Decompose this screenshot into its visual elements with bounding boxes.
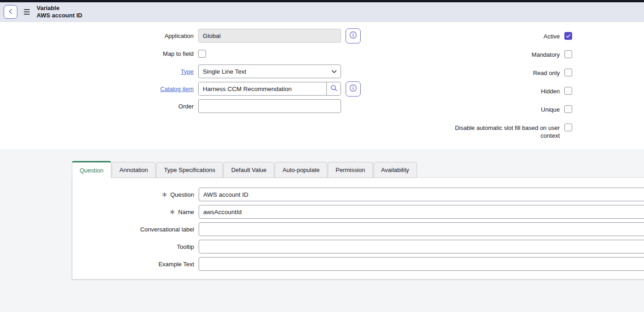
question-input[interactable] bbox=[199, 188, 644, 201]
name-field-row: Name bbox=[72, 205, 644, 219]
question-field-row: Question bbox=[72, 188, 644, 201]
question-label: Question bbox=[170, 191, 194, 198]
read-only-checkbox[interactable] bbox=[564, 69, 572, 76]
tab-type-specifications[interactable]: Type Specifications bbox=[156, 162, 223, 178]
order-label: Order bbox=[0, 103, 194, 110]
tab-question[interactable]: Question bbox=[72, 161, 111, 178]
required-asterisk-icon bbox=[170, 210, 175, 215]
active-label: Active bbox=[445, 32, 560, 40]
map-to-field-checkbox[interactable] bbox=[198, 50, 206, 58]
read-only-row: Read only bbox=[445, 69, 572, 77]
application-input[interactable] bbox=[198, 29, 341, 43]
info-icon bbox=[349, 84, 357, 94]
mandatory-checkbox[interactable] bbox=[564, 50, 572, 58]
hidden-row: Hidden bbox=[445, 87, 572, 95]
unique-row: Unique bbox=[445, 105, 572, 113]
tab-default-value[interactable]: Default Value bbox=[223, 162, 274, 178]
example-text-label: Example Text bbox=[158, 261, 194, 268]
catalog-item-label-link[interactable]: Catalog item bbox=[160, 86, 194, 92]
type-select[interactable]: Single Line Text bbox=[198, 65, 341, 78]
application-label: Application bbox=[0, 32, 194, 39]
mandatory-label: Mandatory bbox=[445, 50, 560, 59]
catalog-item-lookup-button[interactable] bbox=[326, 82, 341, 95]
name-input[interactable] bbox=[199, 205, 644, 219]
tab-availability[interactable]: Availability bbox=[373, 162, 417, 178]
type-row: Type Single Line Text bbox=[0, 65, 341, 78]
catalog-item-info-button[interactable] bbox=[346, 81, 361, 97]
info-icon bbox=[349, 31, 357, 41]
tooltip-input[interactable] bbox=[199, 240, 644, 253]
unique-checkbox[interactable] bbox=[564, 105, 572, 113]
example-text-input[interactable] bbox=[199, 257, 644, 271]
conversational-label-field-row: Conversational label bbox=[72, 222, 644, 236]
catalog-item-input[interactable] bbox=[199, 82, 326, 95]
application-row: Application bbox=[0, 29, 361, 43]
tab-annotation[interactable]: Annotation bbox=[112, 162, 156, 178]
read-only-label: Read only bbox=[445, 69, 560, 77]
chevron-left-icon bbox=[8, 9, 13, 16]
application-info-button[interactable] bbox=[346, 28, 361, 43]
tooltip-field-row: Tooltip bbox=[72, 240, 644, 253]
question-tab-panel: Question Name Conversational label bbox=[72, 178, 644, 280]
order-row: Order bbox=[0, 99, 341, 113]
type-label-link[interactable]: Type bbox=[181, 68, 194, 75]
tab-auto-populate[interactable]: Auto-populate bbox=[275, 162, 327, 178]
mandatory-row: Mandatory bbox=[445, 50, 572, 59]
record-type-title: Variable bbox=[37, 5, 82, 12]
active-row: Active bbox=[445, 32, 572, 40]
order-input[interactable] bbox=[198, 99, 341, 113]
name-label: Name bbox=[178, 209, 194, 215]
required-asterisk-icon bbox=[162, 192, 167, 197]
tooltip-label: Tooltip bbox=[177, 243, 194, 250]
catalog-item-row: Catalog item bbox=[0, 82, 361, 96]
disable-slot-fill-row: Disable automatic slot fill based on use… bbox=[445, 124, 572, 140]
search-icon bbox=[330, 84, 338, 93]
back-button[interactable] bbox=[4, 5, 17, 19]
unique-label: Unique bbox=[445, 105, 560, 113]
record-name-title: AWS account ID bbox=[37, 12, 82, 19]
active-checkbox[interactable] bbox=[564, 32, 572, 40]
disable-slot-fill-label: Disable automatic slot fill based on use… bbox=[445, 124, 560, 140]
form-header: Variable AWS account ID bbox=[0, 2, 644, 22]
conversational-label-input[interactable] bbox=[199, 222, 644, 236]
map-to-field-row: Map to field bbox=[0, 47, 206, 60]
variable-form-page: Variable AWS account ID Application Map … bbox=[0, 0, 644, 312]
main-form: Application Map to field Type bbox=[0, 22, 644, 149]
page-title-block: Variable AWS account ID bbox=[37, 5, 82, 19]
map-to-field-label: Map to field bbox=[0, 50, 194, 57]
hidden-label: Hidden bbox=[445, 87, 560, 95]
form-tabs: Question Annotation Type Specifications … bbox=[72, 161, 417, 178]
conversational-label-label: Conversational label bbox=[140, 226, 194, 233]
tab-permission[interactable]: Permission bbox=[328, 162, 373, 178]
hamburger-menu-icon[interactable] bbox=[24, 9, 30, 15]
catalog-item-reference-field bbox=[198, 82, 341, 96]
example-text-field-row: Example Text bbox=[72, 257, 644, 271]
hidden-checkbox[interactable] bbox=[564, 87, 572, 95]
disable-slot-fill-checkbox[interactable] bbox=[564, 124, 572, 131]
